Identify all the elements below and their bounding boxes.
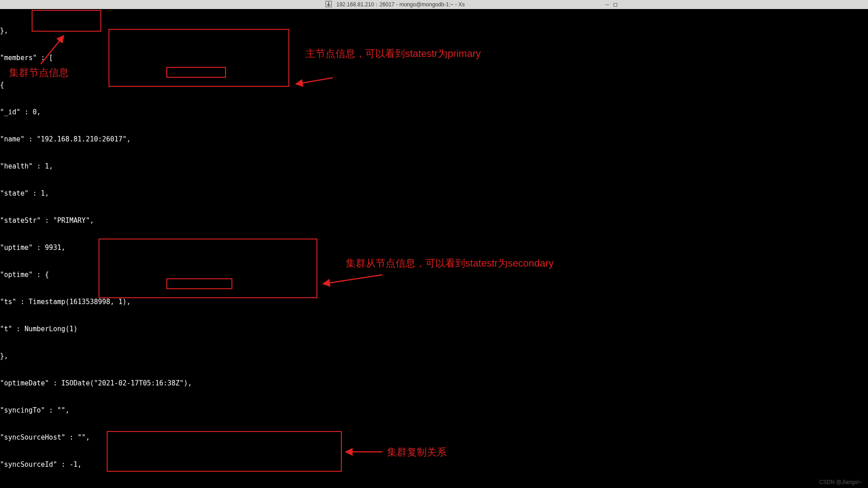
code-line: "name" : "192.168.81.210:26017", xyxy=(0,135,868,144)
window-controls: – □ xyxy=(605,0,617,9)
window-title: 192.168.81.210：26017 - mongo@mongodb-1:~… xyxy=(336,0,465,9)
code-line: "syncingTo" : "", xyxy=(0,406,868,415)
annotation-sync-label: 集群复制关系 xyxy=(387,446,447,459)
code-line: "state" : 1, xyxy=(0,189,868,198)
minimize-button[interactable]: – xyxy=(605,0,609,9)
terminal-output: }, "members" : [ { "_id" : 0, "name" : "… xyxy=(0,8,868,488)
code-line: "health" : 1, xyxy=(0,162,868,171)
maximize-button[interactable]: □ xyxy=(613,0,617,9)
code-line: "syncSourceHost" : "", xyxy=(0,433,868,442)
code-line: "optimeDate" : ISODate("2021-02-17T05:16… xyxy=(0,379,868,388)
code-line: "_id" : 0, xyxy=(0,108,868,117)
window-titlebar: 192.168.81.210：26017 - mongo@mongodb-1:~… xyxy=(0,0,868,9)
statestr-primary-value: "PRIMARY" xyxy=(53,216,90,225)
annotation-primary-label: 主节点信息，可以看到statestr为primary xyxy=(306,47,481,61)
code-line: "t" : NumberLong(1) xyxy=(0,324,868,333)
code-line: "syncSourceId" : -1, xyxy=(0,460,868,469)
annotation-members-label: 集群节点信息 xyxy=(9,66,69,80)
annotation-secondary-label: 集群从节点信息，可以看到statestr为secondary xyxy=(346,257,554,270)
code-line: "ts" : Timestamp(1613538998, 1), xyxy=(0,297,868,306)
terminal-icon xyxy=(326,1,332,7)
code-line: }, xyxy=(0,352,868,361)
code-text: "stateStr" : xyxy=(0,216,53,225)
watermark: CSDN @Jiangxl~ xyxy=(819,479,862,485)
code-text: , xyxy=(90,216,94,225)
statestr-primary-line: "stateStr" : "PRIMARY", xyxy=(0,216,868,225)
code-line: "optime" : { xyxy=(0,270,868,279)
code-line: "uptime" : 9931, xyxy=(0,243,868,252)
code-line: { xyxy=(0,80,868,89)
code-line: }, xyxy=(0,26,868,35)
